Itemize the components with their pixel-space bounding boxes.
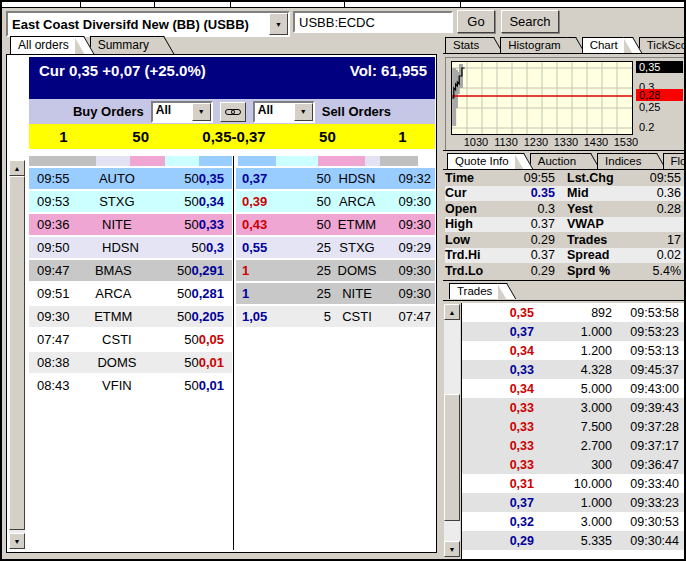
book-scrollbar[interactable]: ▲ ▼ xyxy=(9,160,25,549)
ask-row[interactable]: 125DOMS09:30 xyxy=(236,260,435,281)
bid-row[interactable]: 08:38DOMS500,01 xyxy=(29,352,232,373)
tab-summary[interactable]: Summary xyxy=(90,36,155,54)
tab-chart[interactable]: Chart xyxy=(582,37,624,53)
bid-row[interactable]: 09:47BMAS500,291 xyxy=(29,260,232,281)
x-tick-label: 1230 xyxy=(521,136,551,148)
tab-histogram[interactable]: Histogram xyxy=(500,37,566,53)
bid-row[interactable]: 09:50HDSN500,3 xyxy=(29,237,232,258)
scrollbar-thumb[interactable] xyxy=(9,176,25,530)
search-button[interactable]: Search xyxy=(501,10,559,33)
trades-scrollbar[interactable]: ▲ ▼ xyxy=(444,304,460,557)
trade-qty: 3.000 xyxy=(534,401,612,415)
symbol-input[interactable] xyxy=(293,11,453,33)
quote-value: 0.37 xyxy=(495,248,555,262)
bid-row[interactable]: 09:53STXG500,34 xyxy=(29,191,232,212)
depth-segment xyxy=(380,156,418,166)
ask-time: 09:29 xyxy=(383,240,435,255)
tab-indices[interactable]: Indices xyxy=(597,153,647,169)
bid-qty: 50 xyxy=(151,171,199,186)
trade-price: 0,34 xyxy=(462,344,534,358)
tab-quote-info[interactable]: Quote Info xyxy=(447,153,515,169)
go-button[interactable]: Go xyxy=(457,10,495,33)
ask-price: 1 xyxy=(236,263,294,278)
ask-row[interactable]: 0,3750HDSN09:32 xyxy=(236,168,435,189)
trade-qty: 7.500 xyxy=(534,420,612,434)
bid-qty: 50 xyxy=(151,378,199,393)
trade-row[interactable]: 0,323.00009:30:53 xyxy=(462,512,686,531)
x-tick-label: 1030 xyxy=(461,136,491,148)
trade-row[interactable]: 0,333.00009:39:43 xyxy=(462,398,686,417)
scroll-down-button[interactable]: ▼ xyxy=(9,533,25,549)
ask-row[interactable]: 0,4350ETMM09:30 xyxy=(236,214,435,235)
ask-row[interactable]: 0,5525STXG09:29 xyxy=(236,237,435,258)
tab-tickscope[interactable]: TickScope xyxy=(639,37,686,53)
trade-row[interactable]: 0,3589209:53:58 xyxy=(462,303,686,322)
trade-time: 09:45:37 xyxy=(612,363,686,377)
ask-time: 09:30 xyxy=(383,217,435,232)
trade-row[interactable]: 0,3330009:36:47 xyxy=(462,455,686,474)
chevron-down-icon[interactable]: ▼ xyxy=(294,103,313,121)
trade-row[interactable]: 0,337.50009:37:28 xyxy=(462,417,686,436)
ask-row[interactable]: 125NITE09:30 xyxy=(236,283,435,304)
bid-row[interactable]: 07:47CSTI500,05 xyxy=(29,329,232,350)
chevron-down-icon[interactable]: ▼ xyxy=(192,103,211,121)
quote-label: Cur xyxy=(445,186,495,200)
y-tick-label: 0.2 xyxy=(636,121,683,133)
bid-row[interactable]: 09:51ARCA500,281 xyxy=(29,283,232,304)
instrument-select[interactable]: East Coast Diversifd New (BB) (USBB) ▼ xyxy=(6,11,290,37)
bid-row[interactable]: 09:36NITE500,33 xyxy=(29,214,232,235)
quote-section-divider xyxy=(443,150,686,151)
link-filters-button[interactable] xyxy=(220,102,246,122)
ask-depth-bar xyxy=(238,156,428,166)
ask-row[interactable]: 1,055CSTI07:47 xyxy=(236,306,435,327)
bid-price: 0,205 xyxy=(191,309,232,324)
trades-list: 0,3589209:53:580,371.00009:53:230,341.20… xyxy=(461,303,686,559)
quote-value: 0.02 xyxy=(629,248,684,262)
bid-time: 08:43 xyxy=(29,378,83,393)
trade-row[interactable]: 0,345.00009:43:00 xyxy=(462,379,686,398)
bid-mm-name: BMAS xyxy=(81,263,146,278)
quote-row: Open0.3Yest0.28 xyxy=(445,201,684,217)
scroll-up-button[interactable]: ▲ xyxy=(9,160,25,176)
bid-row[interactable]: 09:55AUTO500,35 xyxy=(29,168,232,189)
quote-label: Spread xyxy=(555,248,629,262)
trade-row[interactable]: 0,341.20009:53:13 xyxy=(462,341,686,360)
chevron-down-icon[interactable]: ▼ xyxy=(269,13,288,35)
scroll-up-button[interactable]: ▲ xyxy=(444,304,460,320)
tab-flow[interactable]: Flow xyxy=(663,153,686,169)
trade-row[interactable]: 0,3110.00009:33:40 xyxy=(462,474,686,493)
sell-filter-select[interactable]: All ▼ xyxy=(253,101,315,123)
trade-price: 0,35 xyxy=(462,306,534,320)
bid-row[interactable]: 09:30ETMM500,205 xyxy=(29,306,232,327)
bid-mm-name: VFIN xyxy=(83,378,151,393)
tab-all-orders[interactable]: All orders xyxy=(10,36,75,54)
bid-price: 0,34 xyxy=(199,194,232,209)
bid-price: 0,05 xyxy=(199,332,232,347)
depth-segment xyxy=(318,156,366,166)
tab-auction[interactable]: Auction xyxy=(530,153,582,169)
trade-row[interactable]: 0,371.00009:33:23 xyxy=(462,493,686,512)
depth-segment xyxy=(165,156,200,166)
quote-label: Time xyxy=(445,171,495,185)
bid-depth-bar xyxy=(29,156,232,166)
depth-segment xyxy=(130,156,165,166)
trade-row[interactable]: 0,332.70009:37:17 xyxy=(462,436,686,455)
trade-row[interactable]: 0,371.00009:53:23 xyxy=(462,322,686,341)
quote-label: VWAP xyxy=(555,217,629,231)
bid-qty: 50 xyxy=(151,355,199,370)
scrollbar-thumb[interactable] xyxy=(444,394,460,521)
scroll-down-button[interactable]: ▼ xyxy=(444,541,460,557)
trade-time: 09:36:47 xyxy=(612,458,686,472)
tab-trades[interactable]: Trades xyxy=(449,283,498,299)
trade-row[interactable]: 0,334.32809:45:37 xyxy=(462,360,686,379)
bid-row[interactable]: 08:43VFIN500,01 xyxy=(29,375,232,396)
bid-time: 09:53 xyxy=(29,194,83,209)
tab-stats[interactable]: Stats xyxy=(445,37,485,53)
current-price-text: Cur 0,35 +0,07 (+25.0%) xyxy=(39,62,206,79)
ask-mm-name: NITE xyxy=(331,286,383,301)
buy-filter-select[interactable]: All ▼ xyxy=(151,101,213,123)
ask-row[interactable]: 0,3950ARCA09:30 xyxy=(236,191,435,212)
quote-row: Time09:55Lst.Chg09:55 xyxy=(445,170,684,186)
up-arrow-icon: ▲ xyxy=(449,309,456,316)
trade-row[interactable]: 0,295.33509:30:44 xyxy=(462,531,686,550)
